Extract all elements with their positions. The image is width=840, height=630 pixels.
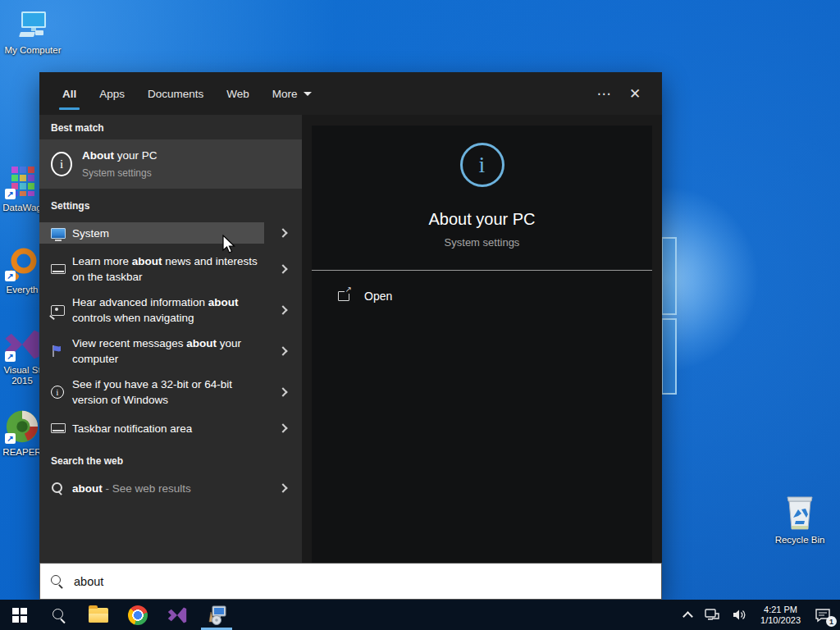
tab-all[interactable]: All <box>51 72 88 115</box>
search-box <box>39 563 662 600</box>
visual-studio-icon: ↗ <box>4 326 40 363</box>
section-header-settings: Settings <box>39 189 302 217</box>
taskbar-file-explorer[interactable] <box>79 600 118 630</box>
chevron-right-icon <box>278 346 287 355</box>
chevron-right-icon <box>278 228 287 237</box>
preview-title: About your PC <box>428 210 535 229</box>
desktop-icon-label: My Computer <box>4 45 61 56</box>
action-center-button[interactable]: 1 <box>810 600 835 630</box>
result-news-interests[interactable]: Learn more about news and interests on t… <box>39 249 302 290</box>
about-pc-info-icon: i <box>460 143 504 187</box>
shortcut-arrow-icon: ↗ <box>5 351 16 362</box>
desktop-icon-recycle-bin[interactable]: Recycle Bin <box>770 490 829 546</box>
tray-volume[interactable] <box>728 600 751 630</box>
result-32-64-bit[interactable]: i See if you have a 32-bit or 64-bit ver… <box>39 372 302 413</box>
visual-studio-icon <box>167 605 187 625</box>
taskbar: 4:21 PM 1/10/2023 1 <box>0 600 840 630</box>
system-tray: 4:21 PM 1/10/2023 1 <box>680 600 840 630</box>
chrome-icon <box>128 605 148 625</box>
section-header-best-match: Best match <box>39 115 302 139</box>
taskbar-visual-studio[interactable] <box>158 600 197 630</box>
expand-chevron-button[interactable] <box>264 418 302 439</box>
result-subtitle: System settings <box>82 166 299 181</box>
chevron-down-icon <box>304 92 312 96</box>
chevron-right-icon <box>278 387 287 396</box>
desktop-icon-label: Everyth <box>7 285 39 295</box>
expand-chevron-button[interactable] <box>264 253 302 285</box>
narrator-icon <box>51 305 65 316</box>
tray-network[interactable] <box>701 600 724 630</box>
chevron-right-icon <box>278 305 287 314</box>
system-properties-icon <box>206 605 227 625</box>
tab-documents[interactable]: Documents <box>136 72 215 115</box>
ellipsis-icon: ⋯ <box>597 85 611 103</box>
expand-chevron-button[interactable] <box>264 377 302 408</box>
search-icon <box>52 608 66 623</box>
tab-web[interactable]: Web <box>215 72 261 115</box>
search-icon <box>51 482 64 495</box>
chevron-right-icon <box>278 423 287 432</box>
desktop-icon-label: DataWag <box>2 203 42 213</box>
flag-icon <box>51 345 64 358</box>
search-flyout-panel: All Apps Documents Web More ⋯ ✕ Best mat… <box>39 72 662 600</box>
taskbar-clock[interactable]: 4:21 PM 1/10/2023 <box>756 605 806 626</box>
desktop-icon-label: Visual St2015 <box>3 365 40 386</box>
preview-card: i About your PC System settings Open <box>312 126 652 563</box>
system-monitor-icon <box>51 228 66 239</box>
section-header-search-web: Search the web <box>39 444 302 472</box>
start-button[interactable] <box>0 600 39 630</box>
clock-time: 4:21 PM <box>760 605 801 615</box>
chevron-up-icon <box>682 611 693 622</box>
open-label: Open <box>364 290 392 303</box>
windows-logo-icon <box>12 608 27 623</box>
open-icon <box>338 291 349 301</box>
my-computer-icon <box>15 7 51 43</box>
close-icon: ✕ <box>629 85 641 103</box>
tray-show-hidden-icons[interactable] <box>680 600 696 630</box>
result-title: About your PC <box>82 149 158 162</box>
mouse-cursor <box>221 235 236 259</box>
desktop-icon-label: Recycle Bin <box>775 535 825 546</box>
everything-icon: ↗ <box>4 246 40 282</box>
wallpaper-window-pane <box>661 318 677 395</box>
shortcut-arrow-icon: ↗ <box>5 271 16 281</box>
close-button[interactable]: ✕ <box>619 78 651 109</box>
preview-subtitle: System settings <box>445 236 520 249</box>
open-action[interactable]: Open <box>312 271 652 322</box>
result-web-search[interactable]: about - See web results <box>39 472 302 504</box>
result-taskbar-notification-area[interactable]: Taskbar notification area <box>39 413 302 444</box>
clock-date: 1/10/2023 <box>760 615 801 626</box>
taskbar-search-button[interactable] <box>39 600 79 630</box>
desktop-icon-my-computer[interactable]: My Computer <box>3 7 62 56</box>
desktop-icon-label: REAPER <box>2 447 41 458</box>
datawag-icon: ↗ <box>4 164 40 200</box>
search-results-list: Best match i About your PC System settin… <box>39 115 302 563</box>
search-tab-bar: All Apps Documents Web More ⋯ ✕ <box>39 72 662 115</box>
more-options-button[interactable]: ⋯ <box>588 78 619 109</box>
search-input[interactable] <box>74 575 651 588</box>
expand-chevron-button[interactable] <box>264 336 302 367</box>
chevron-right-icon <box>278 483 287 492</box>
tab-apps[interactable]: Apps <box>88 72 136 115</box>
shortcut-arrow-icon: ↗ <box>5 433 16 444</box>
file-explorer-icon <box>89 608 108 623</box>
chevron-right-icon <box>278 264 287 273</box>
info-circle-icon: i <box>51 386 64 399</box>
notification-badge: 1 <box>826 616 837 627</box>
result-system[interactable]: System <box>39 217 302 249</box>
expand-chevron-button[interactable] <box>264 477 302 499</box>
taskbar-system-settings-active[interactable] <box>197 600 236 630</box>
result-recent-messages[interactable]: View recent messages about your computer <box>39 331 302 372</box>
speaker-icon <box>733 609 746 621</box>
result-about-your-pc[interactable]: i About your PC System settings <box>39 139 302 189</box>
info-circle-icon: i <box>51 152 72 176</box>
tab-more[interactable]: More <box>261 72 323 115</box>
expand-chevron-button[interactable] <box>264 222 302 244</box>
reaper-icon: ↗ <box>4 409 40 445</box>
network-icon <box>705 609 719 621</box>
expand-chevron-button[interactable] <box>264 294 302 326</box>
search-icon <box>50 574 64 588</box>
taskbar-icon <box>51 264 66 274</box>
result-narrator-info[interactable]: Hear advanced information about controls… <box>39 290 302 331</box>
taskbar-chrome[interactable] <box>118 600 158 630</box>
